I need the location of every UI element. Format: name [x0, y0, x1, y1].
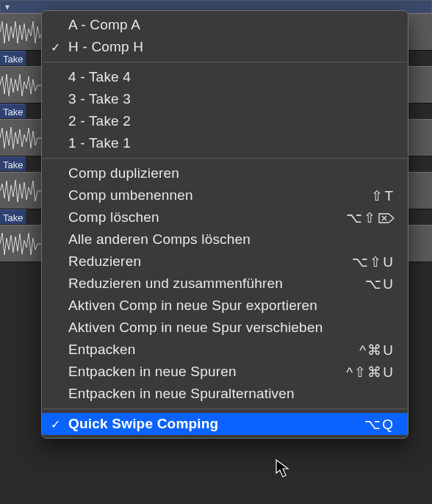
take-label: Take — [0, 104, 26, 118]
take-label: Take — [0, 209, 26, 224]
menu-separator — [43, 62, 407, 62]
menu-shortcut: ⌥Q — [364, 416, 395, 433]
menu-label: Quick Swipe Comping — [68, 416, 350, 432]
menu-item-unpack-track-alternatives[interactable]: Entpacken in neue Spuralternativen — [42, 383, 408, 405]
menu-shortcut: ⌥U — [365, 276, 395, 292]
menu-item-take-2[interactable]: 2 - Take 2 — [42, 110, 408, 132]
menu-shortcut: ^⌘U — [359, 342, 395, 359]
menu-item-flatten[interactable]: Reduzieren ⌥⇧U — [42, 251, 408, 273]
menu-label: H - Comp H — [68, 39, 395, 55]
take-label: Take — [0, 51, 26, 65]
menu-item-export-comp-new-track[interactable]: Aktiven Comp in neue Spur exportieren — [42, 295, 408, 317]
menu-label: 2 - Take 2 — [68, 113, 395, 129]
menu-item-delete-other-comps[interactable]: Alle anderen Comps löschen — [42, 228, 408, 251]
menu-label: Aktiven Comp in neue Spur exportieren — [68, 298, 395, 314]
menu-label: Comp umbenennen — [68, 187, 356, 204]
menu-label: Comp löschen — [68, 209, 331, 226]
menu-separator — [43, 408, 407, 409]
menu-shortcut: ⌥⇧U — [352, 253, 395, 270]
menu-item-quick-swipe-comping[interactable]: Quick Swipe Comping ⌥Q — [42, 413, 408, 435]
menu-item-delete-comp[interactable]: Comp löschen ⌥⇧ — [42, 206, 408, 228]
menu-item-flatten-merge[interactable]: Reduzieren und zusammenführen ⌥U — [42, 273, 408, 295]
take-folder-context-menu: A - Comp A H - Comp H 4 - Take 4 3 - Tak… — [41, 10, 408, 439]
menu-shortcut: ^⇧⌘U — [346, 364, 395, 381]
check-icon — [42, 417, 68, 432]
check-icon — [42, 40, 68, 55]
menu-label: Aktiven Comp in neue Spur verschieben — [68, 320, 395, 336]
shortcut-text: ⌥⇧ — [346, 210, 377, 226]
menu-label: A - Comp A — [68, 17, 395, 33]
menu-item-duplicate-comp[interactable]: Comp duplizieren — [42, 162, 408, 184]
menu-label: Reduzieren und zusammenführen — [68, 276, 350, 292]
delete-right-icon — [378, 213, 395, 223]
menu-label: Entpacken in neue Spuralternativen — [68, 386, 395, 402]
menu-label: Entpacken in neue Spuren — [68, 364, 331, 380]
menu-item-comp-a[interactable]: A - Comp A — [42, 14, 408, 36]
menu-label: Entpacken — [68, 342, 345, 358]
menu-label: Reduzieren — [68, 253, 337, 270]
menu-separator — [43, 158, 407, 159]
disclosure-triangle-icon[interactable]: ▼ — [2, 1, 12, 12]
menu-item-comp-h[interactable]: H - Comp H — [42, 36, 408, 58]
take-label: Take — [0, 156, 26, 171]
menu-label: Alle anderen Comps löschen — [68, 231, 395, 248]
menu-item-rename-comp[interactable]: Comp umbenennen ⇧T — [42, 184, 408, 206]
menu-item-move-comp-new-track[interactable]: Aktiven Comp in neue Spur verschieben — [42, 317, 408, 339]
menu-shortcut: ⇧T — [371, 187, 395, 204]
menu-label: Comp duplizieren — [68, 165, 380, 181]
menu-item-unpack-new-tracks[interactable]: Entpacken in neue Spuren ^⇧⌘U — [42, 361, 408, 383]
menu-item-take-3[interactable]: 3 - Take 3 — [42, 88, 408, 110]
menu-label: 1 - Take 1 — [68, 135, 395, 151]
menu-shortcut: ⌥⇧ — [346, 209, 395, 226]
menu-label: 4 - Take 4 — [68, 69, 395, 85]
menu-item-take-4[interactable]: 4 - Take 4 — [42, 66, 408, 88]
menu-item-take-1[interactable]: 1 - Take 1 — [42, 132, 408, 154]
menu-item-unpack[interactable]: Entpacken ^⌘U — [42, 339, 408, 361]
menu-label: 3 - Take 3 — [68, 91, 395, 107]
